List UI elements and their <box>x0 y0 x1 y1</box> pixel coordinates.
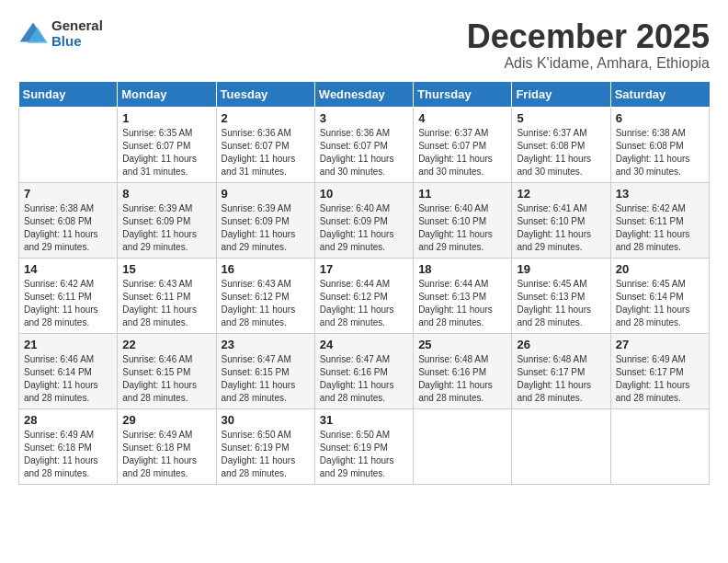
day-number: 24 <box>320 338 408 351</box>
day-number: 3 <box>320 111 408 125</box>
day-number: 12 <box>517 187 605 201</box>
day-number: 26 <box>517 338 605 351</box>
day-detail: Sunrise: 6:46 AMSunset: 6:14 PMDaylight:… <box>24 353 112 405</box>
weekday-header: Tuesday <box>216 81 314 107</box>
calendar-cell: 14Sunrise: 6:42 AMSunset: 6:11 PMDayligh… <box>19 258 118 333</box>
calendar-cell <box>610 408 709 484</box>
day-detail: Sunrise: 6:46 AMSunset: 6:15 PMDaylight:… <box>122 353 210 405</box>
day-number: 20 <box>616 262 704 276</box>
day-number: 30 <box>222 413 310 427</box>
calendar-cell: 25Sunrise: 6:48 AMSunset: 6:16 PMDayligh… <box>414 333 512 408</box>
day-number: 29 <box>122 413 210 427</box>
calendar-cell: 20Sunrise: 6:45 AMSunset: 6:14 PMDayligh… <box>610 258 709 333</box>
day-number: 7 <box>24 187 112 201</box>
day-number: 17 <box>320 262 408 276</box>
calendar-week-row: 1Sunrise: 6:35 AMSunset: 6:07 PMDaylight… <box>19 107 710 182</box>
calendar-cell: 10Sunrise: 6:40 AMSunset: 6:09 PMDayligh… <box>314 182 413 258</box>
day-number: 1 <box>122 111 210 125</box>
calendar-table: SundayMondayTuesdayWednesdayThursdayFrid… <box>18 81 710 485</box>
calendar-week-row: 21Sunrise: 6:46 AMSunset: 6:14 PMDayligh… <box>19 333 710 408</box>
day-detail: Sunrise: 6:49 AMSunset: 6:18 PMDaylight:… <box>24 429 112 480</box>
day-detail: Sunrise: 6:40 AMSunset: 6:09 PMDaylight:… <box>320 202 408 254</box>
day-number: 10 <box>320 187 408 201</box>
day-detail: Sunrise: 6:38 AMSunset: 6:08 PMDaylight:… <box>24 202 112 254</box>
calendar-week-row: 7Sunrise: 6:38 AMSunset: 6:08 PMDaylight… <box>19 182 710 258</box>
day-number: 25 <box>418 338 506 351</box>
day-number: 13 <box>616 187 704 201</box>
calendar-cell: 21Sunrise: 6:46 AMSunset: 6:14 PMDayligh… <box>19 333 118 408</box>
calendar-cell: 24Sunrise: 6:47 AMSunset: 6:16 PMDayligh… <box>314 333 413 408</box>
page-header: General Blue December 2025 Adis K'idame,… <box>18 18 710 72</box>
weekday-header: Monday <box>118 81 216 107</box>
calendar-cell: 27Sunrise: 6:49 AMSunset: 6:17 PMDayligh… <box>610 333 709 408</box>
day-detail: Sunrise: 6:39 AMSunset: 6:09 PMDaylight:… <box>122 202 210 254</box>
day-number: 22 <box>122 338 210 351</box>
header-row: SundayMondayTuesdayWednesdayThursdayFrid… <box>19 81 710 107</box>
calendar-cell: 1Sunrise: 6:35 AMSunset: 6:07 PMDaylight… <box>118 107 216 182</box>
day-detail: Sunrise: 6:40 AMSunset: 6:10 PMDaylight:… <box>418 202 506 254</box>
day-detail: Sunrise: 6:42 AMSunset: 6:11 PMDaylight:… <box>616 202 704 254</box>
calendar-cell: 7Sunrise: 6:38 AMSunset: 6:08 PMDaylight… <box>19 182 118 258</box>
day-detail: Sunrise: 6:36 AMSunset: 6:07 PMDaylight:… <box>320 127 408 178</box>
calendar-cell: 31Sunrise: 6:50 AMSunset: 6:19 PMDayligh… <box>314 408 413 484</box>
logo: General Blue <box>18 18 103 49</box>
day-number: 9 <box>222 187 310 201</box>
day-number: 6 <box>616 111 704 125</box>
calendar-cell: 4Sunrise: 6:37 AMSunset: 6:07 PMDaylight… <box>414 107 512 182</box>
day-number: 31 <box>320 413 408 427</box>
calendar-cell: 2Sunrise: 6:36 AMSunset: 6:07 PMDaylight… <box>216 107 314 182</box>
calendar-cell: 26Sunrise: 6:48 AMSunset: 6:17 PMDayligh… <box>512 333 610 408</box>
day-detail: Sunrise: 6:37 AMSunset: 6:07 PMDaylight:… <box>418 127 506 178</box>
day-detail: Sunrise: 6:44 AMSunset: 6:12 PMDaylight:… <box>320 278 408 329</box>
calendar-cell: 18Sunrise: 6:44 AMSunset: 6:13 PMDayligh… <box>414 258 512 333</box>
day-number: 8 <box>122 187 210 201</box>
calendar-week-row: 28Sunrise: 6:49 AMSunset: 6:18 PMDayligh… <box>19 408 710 484</box>
title-block: December 2025 Adis K'idame, Amhara, Ethi… <box>467 18 710 72</box>
calendar-cell: 9Sunrise: 6:39 AMSunset: 6:09 PMDaylight… <box>216 182 314 258</box>
day-detail: Sunrise: 6:37 AMSunset: 6:08 PMDaylight:… <box>517 127 605 178</box>
day-detail: Sunrise: 6:35 AMSunset: 6:07 PMDaylight:… <box>122 127 210 178</box>
weekday-header: Saturday <box>610 81 709 107</box>
month-title: December 2025 <box>467 18 710 55</box>
day-detail: Sunrise: 6:50 AMSunset: 6:19 PMDaylight:… <box>320 429 408 480</box>
logo-text: General Blue <box>51 18 103 49</box>
day-detail: Sunrise: 6:44 AMSunset: 6:13 PMDaylight:… <box>418 278 506 329</box>
day-number: 21 <box>24 338 112 351</box>
day-detail: Sunrise: 6:50 AMSunset: 6:19 PMDaylight:… <box>222 429 310 480</box>
day-number: 19 <box>517 262 605 276</box>
day-number: 14 <box>24 262 112 276</box>
calendar-cell <box>414 408 512 484</box>
calendar-cell: 22Sunrise: 6:46 AMSunset: 6:15 PMDayligh… <box>118 333 216 408</box>
day-detail: Sunrise: 6:36 AMSunset: 6:07 PMDaylight:… <box>222 127 310 178</box>
calendar-cell: 15Sunrise: 6:43 AMSunset: 6:11 PMDayligh… <box>118 258 216 333</box>
calendar-cell: 16Sunrise: 6:43 AMSunset: 6:12 PMDayligh… <box>216 258 314 333</box>
day-number: 4 <box>418 111 506 125</box>
day-number: 5 <box>517 111 605 125</box>
calendar-cell <box>512 408 610 484</box>
day-number: 28 <box>24 413 112 427</box>
calendar-cell: 17Sunrise: 6:44 AMSunset: 6:12 PMDayligh… <box>314 258 413 333</box>
day-number: 27 <box>616 338 704 351</box>
calendar-cell: 5Sunrise: 6:37 AMSunset: 6:08 PMDaylight… <box>512 107 610 182</box>
day-detail: Sunrise: 6:45 AMSunset: 6:14 PMDaylight:… <box>616 278 704 329</box>
calendar-cell: 8Sunrise: 6:39 AMSunset: 6:09 PMDaylight… <box>118 182 216 258</box>
day-detail: Sunrise: 6:48 AMSunset: 6:17 PMDaylight:… <box>517 353 605 405</box>
weekday-header: Wednesday <box>314 81 413 107</box>
day-detail: Sunrise: 6:41 AMSunset: 6:10 PMDaylight:… <box>517 202 605 254</box>
day-detail: Sunrise: 6:42 AMSunset: 6:11 PMDaylight:… <box>24 278 112 329</box>
day-detail: Sunrise: 6:49 AMSunset: 6:18 PMDaylight:… <box>122 429 210 480</box>
calendar-cell: 3Sunrise: 6:36 AMSunset: 6:07 PMDaylight… <box>314 107 413 182</box>
weekday-header: Friday <box>512 81 610 107</box>
calendar-cell: 6Sunrise: 6:38 AMSunset: 6:08 PMDaylight… <box>610 107 709 182</box>
day-detail: Sunrise: 6:39 AMSunset: 6:09 PMDaylight:… <box>222 202 310 254</box>
calendar-cell: 23Sunrise: 6:47 AMSunset: 6:15 PMDayligh… <box>216 333 314 408</box>
day-detail: Sunrise: 6:45 AMSunset: 6:13 PMDaylight:… <box>517 278 605 329</box>
weekday-header: Thursday <box>414 81 512 107</box>
calendar-cell: 19Sunrise: 6:45 AMSunset: 6:13 PMDayligh… <box>512 258 610 333</box>
logo-blue: Blue <box>51 34 103 50</box>
logo-general: General <box>51 18 103 34</box>
calendar-cell: 12Sunrise: 6:41 AMSunset: 6:10 PMDayligh… <box>512 182 610 258</box>
day-number: 15 <box>122 262 210 276</box>
day-number: 2 <box>222 111 310 125</box>
day-detail: Sunrise: 6:48 AMSunset: 6:16 PMDaylight:… <box>418 353 506 405</box>
